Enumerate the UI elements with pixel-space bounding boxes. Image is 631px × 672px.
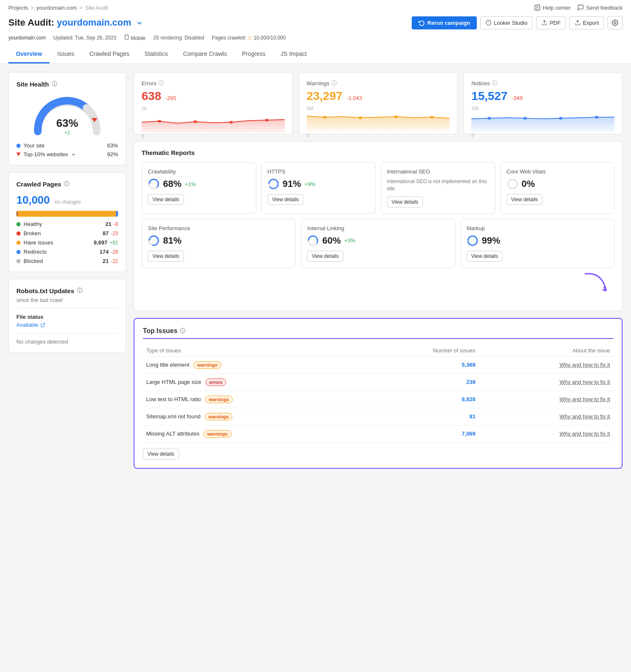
pdf-button[interactable]: PDF <box>536 16 566 29</box>
errors-value-row: 638 -285 <box>142 89 285 103</box>
international-seo-note: International SEO is not implemented on … <box>387 178 489 192</box>
right-column: Errors ⓘ 638 -285 1K <box>134 72 623 469</box>
robots-info-icon[interactable]: ⓘ <box>77 287 82 294</box>
tab-overview[interactable]: Overview <box>8 45 50 63</box>
svg-point-15 <box>193 121 197 123</box>
tab-statistics[interactable]: Statistics <box>137 45 176 63</box>
notices-info-icon[interactable]: ⓘ <box>492 79 497 87</box>
rerun-campaign-button[interactable]: Rerun campaign <box>412 16 477 29</box>
thematic-crawlability: Crawlability 68% +1% View details <box>142 162 256 214</box>
errors-value: 638 <box>142 89 161 102</box>
table-row: Missing ALT attributes warnings 7,069 Wh… <box>143 425 613 442</box>
issues-table: Type of issues Number of issues About th… <box>143 345 613 443</box>
tab-progress[interactable]: Progress <box>234 45 273 63</box>
svg-point-22 <box>488 117 492 119</box>
notices-delta: -349 <box>512 95 523 101</box>
svg-point-36 <box>468 236 477 245</box>
core-web-vitals-circle-icon <box>507 178 518 190</box>
pl-redirects: Redirects 174-28 <box>16 249 118 255</box>
international-seo-name: International SEO <box>387 168 489 175</box>
breadcrumb-projects[interactable]: Projects <box>8 5 28 11</box>
tab-compare-crawls[interactable]: Compare Crawls <box>176 45 234 63</box>
have-issues-label: Have issues <box>24 239 53 246</box>
tab-js-impact[interactable]: JS Impact <box>273 45 314 63</box>
stats-row: Errors ⓘ 638 -285 1K <box>134 72 623 134</box>
errors-delta: -285 <box>166 95 176 101</box>
notices-card: Notices ⓘ 15,527 -349 23K <box>463 72 623 134</box>
core-web-vitals-name: Core Web Vitals <box>507 168 609 175</box>
badge-warnings-4: warnings <box>203 430 231 438</box>
markup-score: 99% <box>467 235 608 247</box>
col-about: About the issue <box>479 345 613 357</box>
https-view-details[interactable]: View details <box>268 194 304 205</box>
table-row: Large HTML page size errors 239 Why and … <box>143 373 613 391</box>
warnings-info-icon[interactable]: ⓘ <box>331 79 337 87</box>
domain-link[interactable]: yourdomain.com <box>57 17 131 28</box>
settings-button[interactable] <box>607 16 623 29</box>
internal-linking-view-details[interactable]: View details <box>307 251 343 262</box>
page-title: Site Audit: yourdomain.com <box>8 17 143 28</box>
chevron-down-small-icon[interactable] <box>71 152 76 157</box>
warnings-value: 23,297 <box>307 89 343 102</box>
refresh-icon <box>418 20 425 26</box>
site-health-info-icon[interactable]: ⓘ <box>52 80 57 88</box>
markup-view-details[interactable]: View details <box>467 251 503 262</box>
external-link-icon <box>40 323 45 328</box>
top-issues-view-details-row: View details <box>143 449 613 459</box>
tab-issues[interactable]: Issues <box>50 45 82 63</box>
top-issues-info-icon[interactable]: ⓘ <box>180 327 185 335</box>
breadcrumb-domain[interactable]: yourdomain.com <box>37 5 77 11</box>
top-issues-view-details-button[interactable]: View details <box>143 449 179 459</box>
issue-sitemap-fix: Why and how to fix it <box>479 408 613 425</box>
issue-long-title-fix: Why and how to fix it <box>479 356 613 373</box>
col-number: Number of issues <box>363 345 479 357</box>
file-status-title: File status <box>16 314 118 320</box>
thematic-grid-row1: Crawlability 68% +1% View details HTTPS <box>142 162 615 214</box>
core-web-vitals-view-details[interactable]: View details <box>507 194 543 205</box>
pl-blocked: Blocked 21-22 <box>16 258 118 264</box>
crawlability-view-details[interactable]: View details <box>148 194 184 205</box>
site-performance-name: Site Performance <box>148 225 289 231</box>
gauge-delta: +2 <box>56 130 78 136</box>
redirects-label: Redirects <box>24 249 47 255</box>
site-performance-score: 81% <box>148 235 289 247</box>
top10-value: 92% <box>107 151 118 158</box>
file-status-link[interactable]: Available <box>16 322 118 328</box>
top-bar: Projects > yourdomain.com > Site Audit H… <box>0 0 631 64</box>
issue-large-html: Large HTML page size errors <box>143 373 363 391</box>
send-feedback-link[interactable]: Send feedback <box>577 4 623 11</box>
internal-linking-name: Internal Linking <box>307 225 449 231</box>
healthy-value: 21-8 <box>105 221 118 227</box>
blocked-label: Blocked <box>24 258 43 264</box>
crawled-count-row: 10,000 no changes <box>16 194 118 207</box>
notices-value: 15,527 <box>471 89 507 102</box>
table-row: Sitemap.xml not found warnings 81 Why an… <box>143 408 613 425</box>
badge-warnings: warnings <box>193 361 221 369</box>
crawled-pages-info-icon[interactable]: ⓘ <box>64 180 69 188</box>
healthy-label: Healthy <box>24 221 42 227</box>
help-center-link[interactable]: Help center <box>534 4 571 11</box>
chevron-down-icon[interactable] <box>136 19 143 27</box>
international-seo-view-details[interactable]: View details <box>387 197 423 207</box>
crawlability-circle-icon <box>148 178 160 190</box>
looker-studio-button[interactable]: Looker Studio <box>480 16 533 29</box>
svg-point-16 <box>229 121 233 123</box>
table-row: Long title element warnings 5,369 Why an… <box>143 356 613 373</box>
thematic-reports-card: Thematic Reports Crawlability 68% +1% Vi… <box>134 141 623 311</box>
site-performance-view-details[interactable]: View details <box>148 251 184 262</box>
issue-sitemap-count: 81 <box>363 408 479 425</box>
meta-updated: Updated: Tue, Sep 26, 2023 <box>53 35 116 41</box>
crawlability-score: 68% +1% <box>148 178 250 190</box>
broken-dot <box>16 231 21 236</box>
issue-large-html-count: 239 <box>363 373 479 391</box>
warnings-delta: -1,043 <box>347 95 362 101</box>
pl-broken: Broken 87-23 <box>16 230 118 236</box>
svg-point-25 <box>595 116 599 118</box>
export-button[interactable]: Export <box>569 16 604 29</box>
https-delta: +9% <box>305 181 316 187</box>
crawled-progress-bar <box>16 211 118 217</box>
breadcrumb-page: Site Audit <box>85 5 108 11</box>
issue-sitemap: Sitemap.xml not found warnings <box>143 408 363 425</box>
errors-info-icon[interactable]: ⓘ <box>158 79 164 87</box>
tab-crawled-pages[interactable]: Crawled Pages <box>82 45 137 63</box>
